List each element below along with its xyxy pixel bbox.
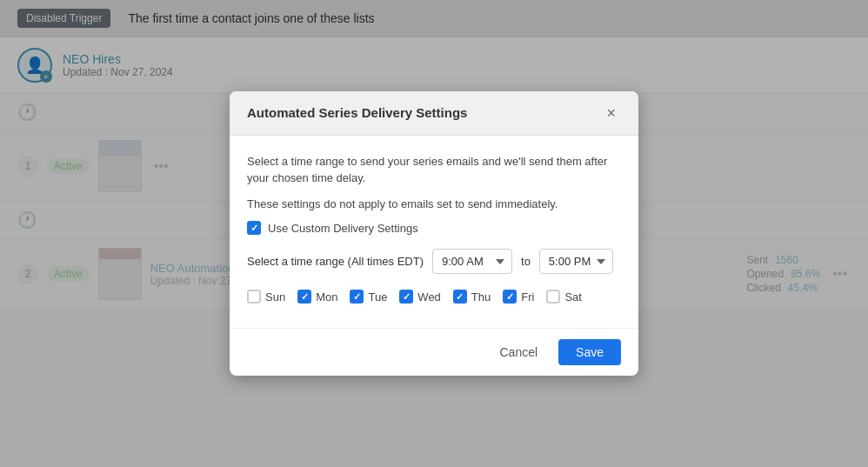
- modal-footer: Cancel Save: [230, 328, 638, 376]
- day-sun-checkbox[interactable]: [247, 290, 261, 304]
- time-end-select[interactable]: 5:00 PM 4:00 PM 6:00 PM: [539, 249, 613, 274]
- day-tue: Tue: [350, 290, 387, 304]
- custom-settings-label: Use Custom Delivery Settings: [268, 222, 418, 235]
- day-wed-checkbox[interactable]: [399, 290, 413, 304]
- days-row: Sun Mon Tue Wed: [247, 290, 621, 304]
- custom-settings-row: Use Custom Delivery Settings: [247, 221, 621, 235]
- time-range-row: Select a time range (All times EDT) 9:00…: [247, 249, 621, 274]
- day-sat-label: Sat: [564, 290, 582, 304]
- modal-description-2: These settings do not apply to emails se…: [247, 196, 621, 213]
- day-sun: Sun: [247, 290, 285, 304]
- time-start-select[interactable]: 9:00 AM 8:00 AM 10:00 AM: [432, 249, 512, 274]
- custom-settings-checkbox[interactable]: [247, 221, 261, 235]
- day-fri-label: Fri: [521, 290, 534, 304]
- day-fri-checkbox[interactable]: [503, 290, 517, 304]
- modal-overlay: Automated Series Delivery Settings × Sel…: [0, 0, 868, 467]
- modal-close-button[interactable]: ×: [601, 103, 621, 123]
- day-mon: Mon: [297, 290, 337, 304]
- modal-description-1: Select a time range to send your series …: [247, 153, 621, 187]
- time-range-label: Select a time range (All times EDT): [247, 255, 424, 268]
- day-sat: Sat: [546, 290, 582, 304]
- modal-header: Automated Series Delivery Settings ×: [230, 91, 638, 136]
- day-tue-checkbox[interactable]: [350, 290, 364, 304]
- delivery-settings-modal: Automated Series Delivery Settings × Sel…: [230, 91, 638, 377]
- day-thu-checkbox[interactable]: [453, 290, 467, 304]
- day-thu: Thu: [453, 290, 491, 304]
- to-label: to: [521, 255, 531, 268]
- page-background: Disabled Trigger The first time a contac…: [0, 0, 868, 467]
- day-thu-label: Thu: [471, 290, 491, 304]
- day-wed-label: Wed: [417, 290, 441, 304]
- day-tue-label: Tue: [368, 290, 387, 304]
- save-button[interactable]: Save: [558, 339, 621, 365]
- day-sun-label: Sun: [265, 290, 285, 304]
- day-mon-checkbox[interactable]: [297, 290, 311, 304]
- day-mon-label: Mon: [316, 290, 337, 304]
- day-fri: Fri: [503, 290, 534, 304]
- day-sat-checkbox[interactable]: [546, 290, 560, 304]
- modal-title: Automated Series Delivery Settings: [247, 105, 467, 120]
- day-wed: Wed: [399, 290, 441, 304]
- cancel-button[interactable]: Cancel: [487, 339, 550, 365]
- modal-body: Select a time range to send your series …: [230, 136, 638, 329]
